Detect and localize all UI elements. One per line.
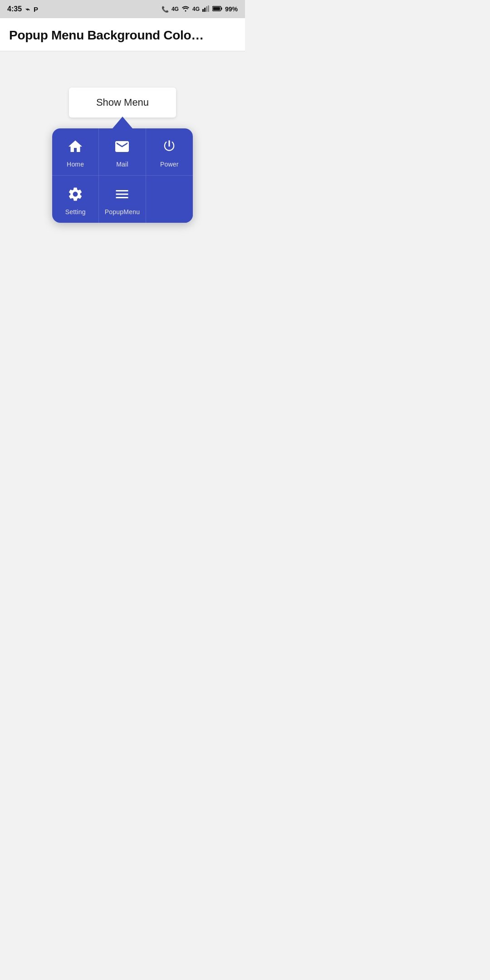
app-bar-title: Popup Menu Background Colo… [9,28,204,42]
popup-grid: Home Mail Power [52,128,193,223]
mail-icon [114,138,130,157]
parking-icon: P [34,5,38,13]
popup-item-setting[interactable]: Setting [52,176,99,223]
svg-rect-1 [204,8,206,12]
usb-icon: ⌁ [25,5,30,14]
status-left: 4:35 ⌁ P [7,5,38,14]
status-time: 4:35 [7,5,22,13]
svg-rect-0 [202,9,204,12]
status-right: 📞 4G 4G 99 [162,5,238,13]
svg-rect-3 [208,5,209,12]
popup-item-setting-label: Setting [65,208,86,216]
signal-bars-icon [202,5,210,13]
popup-item-empty [146,176,193,223]
svg-rect-6 [221,7,222,10]
app-bar: Popup Menu Background Colo… [0,18,245,51]
battery-percent: 99% [225,5,238,13]
home-icon [67,138,83,157]
battery-icon [212,5,222,13]
wifi-icon [181,5,190,13]
voip-icon: 📞 [162,6,169,13]
power-icon [161,138,177,157]
signal-4g-icon: 4G [192,6,200,12]
popup-menu-wrapper: Show Menu Home Mail [52,88,193,223]
main-content: Show Menu Home Mail [0,51,245,496]
popup-item-popupmenu-label: PopupMenu [105,208,140,216]
popup-item-power[interactable]: Power [146,128,193,176]
popup-item-power-label: Power [160,161,179,168]
menu-icon [114,186,130,205]
popup-item-home[interactable]: Home [52,128,99,176]
popup-item-mail-label: Mail [116,161,128,168]
svg-rect-5 [213,7,220,10]
status-bar: 4:35 ⌁ P 📞 4G 4G [0,0,245,18]
popup-item-home-label: Home [67,161,84,168]
settings-icon [67,186,83,205]
popup-item-mail[interactable]: Mail [99,128,146,176]
network-4g-icon: 4G [172,6,179,12]
popup-item-popupmenu[interactable]: PopupMenu [99,176,146,223]
svg-rect-2 [206,6,207,12]
show-menu-button[interactable]: Show Menu [69,88,176,118]
popup-arrow [113,117,132,128]
